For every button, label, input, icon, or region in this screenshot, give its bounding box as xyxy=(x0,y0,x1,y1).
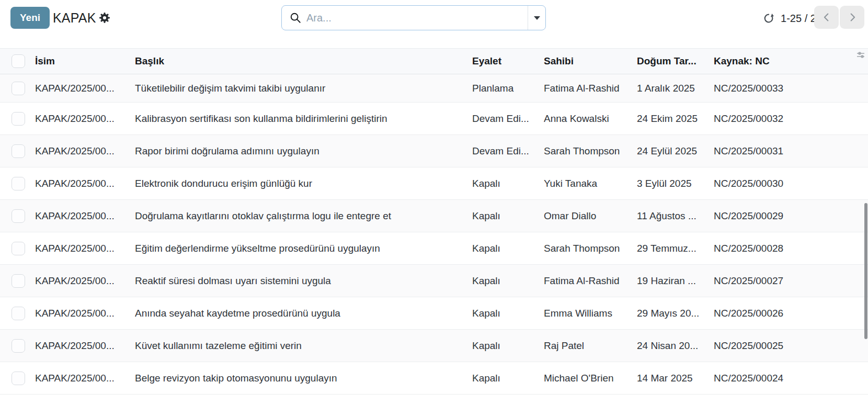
cell-kaynak: NC/2025/00033 xyxy=(714,83,868,94)
toolbar: Yeni KAPAK xyxy=(0,0,868,46)
cell-kaynak: NC/2025/00030 xyxy=(714,178,868,189)
cell-sahibi: Raj Patel xyxy=(544,340,637,352)
cell-eyalet: Devam Edi... xyxy=(472,145,544,157)
cell-dogum: 11 Ağustos ... xyxy=(637,210,714,222)
cell-dogum: 29 Mayıs 20... xyxy=(637,308,714,319)
cell-baslik: Reaktif süresi dolması uyarı sistemini u… xyxy=(135,275,472,287)
column-header-kaynak[interactable]: Kaynak: NC xyxy=(714,55,868,67)
cell-baslik: Doğrulama kayıtlarını otoklav çalıştırma… xyxy=(135,210,472,222)
cell-baslik: Küvet kullanımı tazeleme eğitimi verin xyxy=(135,340,472,352)
select-all-checkbox[interactable] xyxy=(12,54,25,68)
search-box xyxy=(281,5,546,30)
table-row[interactable]: KAPAK/2025/00... Belge revizyon takip ot… xyxy=(0,362,868,395)
row-checkbox-cell xyxy=(0,177,35,190)
cell-baslik: Anında seyahat kaydetme prosedürünü uygu… xyxy=(135,308,472,319)
row-checkbox-cell xyxy=(0,82,35,95)
cell-kaynak: NC/2025/00025 xyxy=(714,340,868,352)
cell-sahibi: Omar Diallo xyxy=(544,210,637,222)
cell-baslik: Belge revizyon takip otomasyonunu uygula… xyxy=(135,373,472,384)
cell-baslik: Rapor birimi doğrulama adımını uygulayın xyxy=(135,145,472,157)
table-row[interactable]: KAPAK/2025/00... Küvet kullanımı tazelem… xyxy=(0,330,868,362)
column-header-eyalet[interactable]: Eyalet xyxy=(472,55,544,67)
cell-isim: KAPAK/2025/00... xyxy=(35,210,135,222)
column-header-baslik[interactable]: Başlık xyxy=(135,55,472,67)
search-icon xyxy=(290,12,301,24)
table-row[interactable]: KAPAK/2025/00... Kalibrasyon sertifikası… xyxy=(0,103,868,135)
cell-sahibi: Yuki Tanaka xyxy=(544,178,637,189)
row-checkbox-cell xyxy=(0,209,35,223)
next-page-button[interactable] xyxy=(840,6,864,29)
table-row[interactable]: KAPAK/2025/00... Reaktif süresi dolması … xyxy=(0,265,868,297)
cell-dogum: 24 Eylül 2025 xyxy=(637,145,714,157)
table-body: KAPAK/2025/00... Tüketilebilir değişim t… xyxy=(0,74,868,395)
chevron-right-icon xyxy=(847,12,858,23)
pager-nav xyxy=(814,6,864,29)
cell-kaynak: NC/2025/00024 xyxy=(714,373,868,384)
row-checkbox-cell xyxy=(0,242,35,255)
search-dropdown-toggle[interactable] xyxy=(528,6,545,30)
row-checkbox-cell xyxy=(0,307,35,320)
cell-isim: KAPAK/2025/00... xyxy=(35,373,135,384)
table-row[interactable]: KAPAK/2025/00... Rapor birimi doğrulama … xyxy=(0,135,868,167)
cell-eyalet: Devam Edi... xyxy=(472,113,544,125)
cell-baslik: Tüketilebilir değişim takvimi takibi uyg… xyxy=(135,83,472,94)
cell-isim: KAPAK/2025/00... xyxy=(35,113,135,125)
cell-eyalet: Kapalı xyxy=(472,340,544,352)
cell-kaynak: NC/2025/00032 xyxy=(714,113,868,125)
cell-kaynak: NC/2025/00029 xyxy=(714,210,868,222)
column-header-sahibi[interactable]: Sahibi xyxy=(544,55,637,67)
table-row[interactable]: KAPAK/2025/00... Eğitim değerlendirme yü… xyxy=(0,232,868,265)
row-checkbox[interactable] xyxy=(12,339,25,353)
cell-eyalet: Kapalı xyxy=(472,275,544,287)
cell-isim: KAPAK/2025/00... xyxy=(35,145,135,157)
prev-page-button[interactable] xyxy=(814,6,839,29)
row-checkbox[interactable] xyxy=(12,112,25,126)
vertical-scrollbar[interactable] xyxy=(864,203,867,339)
cell-isim: KAPAK/2025/00... xyxy=(35,178,135,189)
row-checkbox[interactable] xyxy=(12,372,25,385)
table-row[interactable]: KAPAK/2025/00... Tüketilebilir değişim t… xyxy=(0,74,868,103)
row-checkbox-cell xyxy=(0,274,35,288)
cell-kaynak: NC/2025/00026 xyxy=(714,308,868,319)
search-input[interactable] xyxy=(301,6,528,30)
column-header-dogum[interactable]: Doğum Tar... xyxy=(637,55,714,67)
cell-dogum: 14 Mar 2025 xyxy=(637,373,714,384)
chevron-down-icon xyxy=(534,16,540,20)
row-checkbox-cell xyxy=(0,144,35,158)
header-checkbox-cell xyxy=(0,54,35,68)
gear-icon[interactable] xyxy=(98,12,111,24)
cell-eyalet: Kapalı xyxy=(472,178,544,189)
table-row[interactable]: KAPAK/2025/00... Doğrulama kayıtlarını o… xyxy=(0,200,868,232)
cell-sahibi: Sarah Thompson xyxy=(544,145,637,157)
cell-isim: KAPAK/2025/00... xyxy=(35,308,135,319)
table-header: İsim Başlık Eyalet Sahibi Doğum Tar... K… xyxy=(0,48,868,74)
cell-kaynak: NC/2025/00027 xyxy=(714,275,868,287)
row-checkbox[interactable] xyxy=(12,144,25,158)
cell-isim: KAPAK/2025/00... xyxy=(35,243,135,254)
chevron-left-icon xyxy=(821,12,832,23)
row-checkbox-cell xyxy=(0,112,35,126)
row-checkbox[interactable] xyxy=(12,307,25,320)
cell-dogum: 29 Temmuz... xyxy=(637,243,714,254)
row-checkbox[interactable] xyxy=(12,209,25,223)
row-checkbox[interactable] xyxy=(12,274,25,288)
row-checkbox[interactable] xyxy=(12,177,25,190)
column-header-isim[interactable]: İsim xyxy=(35,55,135,67)
cell-sahibi: Michael O'Brien xyxy=(544,373,637,384)
cell-baslik: Eğitim değerlendirme yükseltme prosedürü… xyxy=(135,243,472,254)
pager: 1-25 / 25 xyxy=(763,0,822,37)
row-checkbox[interactable] xyxy=(12,242,25,255)
cell-dogum: 1 Aralık 2025 xyxy=(637,83,714,94)
cell-isim: KAPAK/2025/00... xyxy=(35,275,135,287)
cell-dogum: 24 Nisan 20... xyxy=(637,340,714,352)
cell-eyalet: Planlama xyxy=(472,83,544,94)
refresh-icon[interactable] xyxy=(763,13,774,24)
new-button[interactable]: Yeni xyxy=(10,7,50,29)
row-checkbox-cell xyxy=(0,372,35,385)
optional-columns-icon[interactable] xyxy=(856,51,866,60)
table-row[interactable]: KAPAK/2025/00... Anında seyahat kaydetme… xyxy=(0,297,868,330)
row-checkbox[interactable] xyxy=(12,82,25,95)
table-row[interactable]: KAPAK/2025/00... Elektronik dondurucu er… xyxy=(0,167,868,200)
cell-dogum: 19 Haziran ... xyxy=(637,275,714,287)
cell-eyalet: Kapalı xyxy=(472,308,544,319)
